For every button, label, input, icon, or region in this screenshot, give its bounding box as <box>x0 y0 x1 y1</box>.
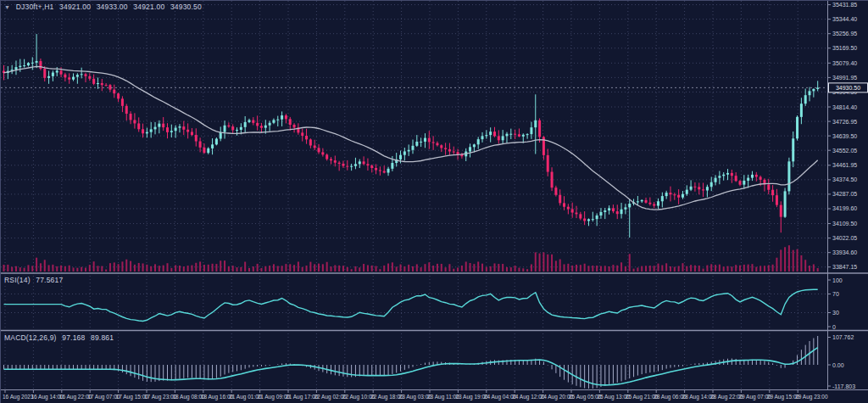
rsi-axis-label: 70 <box>832 291 839 297</box>
volume-bar <box>322 264 324 271</box>
candle-body <box>731 173 733 176</box>
candle-body <box>412 146 415 150</box>
macd-panel-title: MACD(12,26,9) 97.168 89.861 <box>4 333 117 342</box>
price-axis-label[interactable]: 35079.40 <box>832 60 857 66</box>
volume-bar <box>44 260 46 271</box>
candle-body <box>776 195 778 204</box>
candle-body <box>477 139 480 144</box>
candle-body <box>289 119 292 125</box>
volume-bar <box>470 263 471 271</box>
price-axis-label[interactable]: 34022.05 <box>832 235 857 241</box>
volume-bar <box>731 266 732 271</box>
candle-body <box>780 205 782 217</box>
volume-bar <box>547 255 548 271</box>
volume-bar <box>641 266 643 271</box>
candle-body <box>612 208 615 211</box>
candle-body <box>498 136 500 140</box>
candle-body <box>743 181 745 185</box>
price-axis-label[interactable]: 33847.15 <box>832 264 857 270</box>
chart-canvas[interactable]: 16 Aug 202316 Aug 14:0016 Aug 22:0017 Au… <box>1 1 868 403</box>
price-axis-label[interactable]: 33934.60 <box>832 249 857 255</box>
volume-bar <box>199 261 201 271</box>
volume-bar <box>15 266 17 271</box>
volume-bar <box>114 262 115 271</box>
time-axis-label[interactable]: 16 Aug 2023 <box>3 394 34 400</box>
candle-body <box>154 127 157 130</box>
trading-chart-window[interactable]: ▼ DJ30ft+,H1 34921.00 34933.00 34921.00 … <box>0 0 868 403</box>
price-axis-label[interactable]: 34552.05 <box>832 148 857 154</box>
candle-body <box>599 212 602 215</box>
candle-body <box>391 163 393 169</box>
price-axis-label[interactable]: 34199.60 <box>832 205 857 211</box>
volume-bar <box>309 262 311 271</box>
price-axis-label[interactable]: 34287.05 <box>832 191 857 197</box>
volume-bar <box>772 265 774 271</box>
price-axis-label[interactable]: 35431.85 <box>832 2 857 8</box>
volume-bar <box>490 266 492 271</box>
volume-bar <box>710 264 712 271</box>
volume-bar <box>36 258 37 271</box>
candle-body <box>526 134 529 135</box>
macd-main-value: 97.168 <box>62 333 85 342</box>
price-axis-label[interactable]: 34639.50 <box>832 133 857 139</box>
volume-bar <box>396 266 398 271</box>
volume-bar <box>649 266 651 271</box>
price-axis-label[interactable]: 34726.95 <box>832 119 857 125</box>
price-axis-label[interactable]: 35169.50 <box>832 45 857 51</box>
price-axis-label[interactable]: 35344.40 <box>832 16 857 22</box>
volume-bar <box>727 266 729 271</box>
volume-bar <box>616 266 618 271</box>
candle-body <box>264 126 267 128</box>
candle-body <box>272 120 275 122</box>
candle-body <box>657 201 659 205</box>
candle-body <box>693 187 696 188</box>
candle-body <box>661 196 664 201</box>
macd-axis-label: 0.00 <box>832 362 844 368</box>
volume-bar <box>228 266 230 271</box>
volume-bar <box>3 265 5 271</box>
volume-bar <box>89 265 91 271</box>
symbol-dropdown-icon[interactable]: ▼ <box>4 4 10 10</box>
price-axis-label[interactable]: 34374.50 <box>832 176 857 182</box>
price-axis-label[interactable]: 34461.95 <box>832 162 857 168</box>
volume-bar <box>428 262 430 271</box>
candle-body <box>505 134 508 137</box>
candle-body <box>227 126 230 126</box>
candle-body <box>771 190 774 195</box>
candle-body <box>436 143 438 146</box>
candle-body <box>366 164 369 165</box>
volume-bar <box>445 267 447 271</box>
candle-body <box>682 194 684 198</box>
volume-bar <box>719 265 721 271</box>
volume-bar <box>244 262 246 271</box>
volume-bar <box>690 265 692 271</box>
price-axis-label[interactable]: 35256.95 <box>832 31 857 36</box>
volume-bar <box>64 266 66 271</box>
volume-bar <box>526 269 528 271</box>
price-axis-label[interactable]: 34109.50 <box>832 221 857 227</box>
volume-bar <box>52 265 53 271</box>
candle-body <box>514 134 516 135</box>
volume-bar <box>420 267 422 271</box>
candle-body <box>690 187 693 190</box>
volume-bar <box>48 265 50 271</box>
candle-body <box>592 219 594 220</box>
volume-bar <box>809 266 810 271</box>
price-axis-label[interactable]: 34991.95 <box>832 75 857 81</box>
candle-body <box>448 149 451 152</box>
candle-body <box>130 114 132 120</box>
candle-body <box>36 61 38 63</box>
candle-body <box>285 115 287 119</box>
candle-body <box>554 188 557 195</box>
candle-body <box>760 176 762 179</box>
candle-body <box>665 193 668 196</box>
candle-body <box>747 178 749 181</box>
candle-body <box>493 132 496 136</box>
candle-body <box>162 124 164 127</box>
volume-bar <box>354 266 356 271</box>
volume-bar <box>101 266 103 271</box>
volume-bar <box>81 267 82 271</box>
volume-bar <box>269 266 270 271</box>
price-axis-label[interactable]: 34814.40 <box>832 104 857 110</box>
time-axis-label[interactable]: 29 Aug 23:00 <box>795 394 828 400</box>
